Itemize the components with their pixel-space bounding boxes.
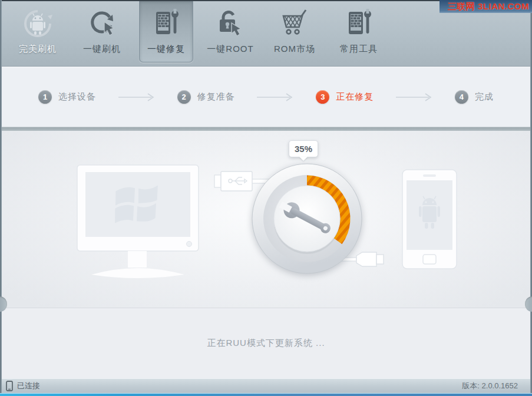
step-select-device: 1 选择设备	[38, 90, 96, 104]
step-label: 修复准备	[197, 91, 235, 103]
status-message-area: 正在RUU模式下更新系统 ...	[2, 308, 530, 378]
step-repair-prepare: 2 修复准备	[177, 90, 235, 104]
window-border-bottom	[0, 393, 532, 396]
status-bar: 已连接 版本: 2.0.0.1652	[0, 378, 532, 393]
rom-market-cart-icon	[279, 8, 310, 39]
nav-item-perfect-flash[interactable]: 完美刷机	[11, 0, 65, 62]
nav-label: 一键修复	[147, 44, 185, 55]
step-label: 选择设备	[58, 91, 96, 103]
computer-monitor-illustration	[76, 164, 201, 282]
step-arrow-icon	[117, 93, 156, 102]
app-window: 完美刷机 一键刷机	[0, 0, 532, 396]
nav-label: 一键刷机	[83, 44, 121, 55]
common-tools-icon	[344, 8, 374, 39]
phone-illustration	[401, 169, 458, 270]
phone-connected-icon	[6, 381, 13, 391]
step-arrow-icon	[256, 93, 295, 102]
step-number-badge: 3	[316, 90, 329, 104]
version-text: 版本: 2.0.0.1652	[462, 381, 518, 391]
section-divider-band	[2, 127, 530, 131]
one-key-repair-icon	[151, 8, 181, 39]
step-arrow-icon	[395, 93, 434, 102]
nav-label: 一键ROOT	[207, 44, 253, 55]
progress-percent-tooltip: 35%	[289, 140, 318, 157]
step-number-badge: 4	[455, 90, 468, 104]
android-logo-icon	[22, 8, 53, 39]
step-finish: 4 完成	[455, 90, 494, 104]
step-number-badge: 2	[177, 90, 191, 104]
window-border-left	[0, 0, 2, 393]
connection-status: 已连接	[6, 381, 40, 391]
nav-label: 完美刷机	[19, 44, 57, 55]
step-number-badge: 1	[38, 90, 52, 104]
wizard-steps: 1 选择设备 2 修复准备 3 正在修复 4 完成	[2, 67, 530, 127]
site-watermark: 三联网 3LIAN.COM	[440, 0, 532, 13]
step-repairing: 3 正在修复	[316, 90, 374, 104]
repair-progress-panel: 35%	[2, 131, 530, 308]
nav-label: ROM市场	[274, 44, 315, 55]
nav-item-one-key-flash[interactable]: 一键刷机	[75, 0, 129, 62]
nav-item-rom-market[interactable]: ROM市场	[267, 0, 322, 62]
one-key-flash-icon	[87, 8, 117, 39]
step-label: 正在修复	[336, 91, 374, 103]
one-key-root-icon	[216, 8, 245, 39]
repair-progress-gauge	[249, 161, 365, 276]
nav-item-one-key-root[interactable]: 一键ROOT	[203, 0, 257, 62]
status-message: 正在RUU模式下更新系统 ...	[207, 338, 325, 349]
connection-status-text: 已连接	[17, 381, 40, 391]
nav-item-common-tools[interactable]: 常用工具	[332, 0, 386, 62]
step-label: 完成	[475, 91, 494, 103]
nav-label: 常用工具	[340, 44, 378, 55]
nav-item-one-key-repair[interactable]: 一键修复	[139, 0, 193, 62]
